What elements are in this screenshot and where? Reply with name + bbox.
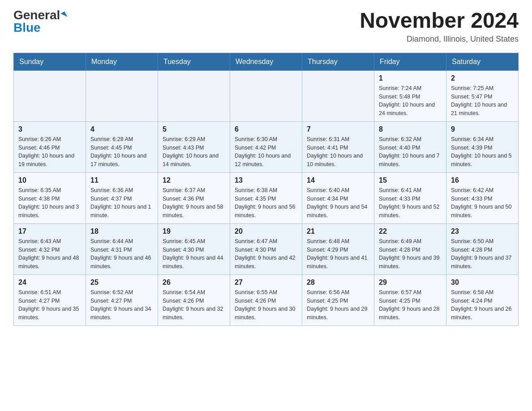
logo-arrow-icon [60,11,68,19]
day-info: Sunrise: 6:28 AM Sunset: 4:45 PM Dayligh… [90,135,153,169]
day-number: 20 [235,227,297,235]
page-header: General Blue November 2024 Diamond, Illi… [13,9,519,44]
calendar-cell: 7Sunrise: 6:31 AM Sunset: 4:41 PM Daylig… [302,121,374,172]
calendar-cell: 3Sunrise: 6:26 AM Sunset: 4:46 PM Daylig… [14,121,86,172]
day-info: Sunrise: 6:45 AM Sunset: 4:30 PM Dayligh… [163,237,225,271]
day-info: Sunrise: 6:32 AM Sunset: 4:40 PM Dayligh… [379,135,442,169]
weekday-header-sunday: Sunday [14,53,86,70]
day-info: Sunrise: 6:34 AM Sunset: 4:39 PM Dayligh… [451,135,514,169]
day-number: 18 [90,227,153,235]
calendar-cell: 21Sunrise: 6:48 AM Sunset: 4:29 PM Dayli… [302,223,374,274]
calendar-cell [14,70,86,121]
calendar-cell: 16Sunrise: 6:42 AM Sunset: 4:33 PM Dayli… [446,172,519,223]
calendar-table: SundayMondayTuesdayWednesdayThursdayFrid… [13,53,519,326]
calendar-cell: 5Sunrise: 6:29 AM Sunset: 4:43 PM Daylig… [158,121,230,172]
day-info: Sunrise: 6:47 AM Sunset: 4:30 PM Dayligh… [235,237,297,271]
day-number: 27 [235,278,297,287]
day-number: 21 [307,227,369,235]
calendar-cell [302,70,374,121]
calendar-cell: 23Sunrise: 6:50 AM Sunset: 4:28 PM Dayli… [446,223,519,274]
day-info: Sunrise: 6:26 AM Sunset: 4:46 PM Dayligh… [18,135,81,169]
weekday-header-saturday: Saturday [446,53,519,70]
calendar-cell: 22Sunrise: 6:49 AM Sunset: 4:28 PM Dayli… [374,223,446,274]
day-info: Sunrise: 7:24 AM Sunset: 5:48 PM Dayligh… [379,84,442,118]
week-row-5: 24Sunrise: 6:51 AM Sunset: 4:27 PM Dayli… [14,274,519,325]
calendar-cell: 2Sunrise: 7:25 AM Sunset: 5:47 PM Daylig… [446,70,519,121]
day-number: 28 [307,278,369,287]
calendar-cell: 4Sunrise: 6:28 AM Sunset: 4:45 PM Daylig… [86,121,158,172]
day-number: 12 [163,176,225,184]
day-number: 9 [451,125,514,133]
day-number: 11 [90,176,153,184]
week-row-1: 1Sunrise: 7:24 AM Sunset: 5:48 PM Daylig… [14,70,519,121]
calendar-cell: 27Sunrise: 6:55 AM Sunset: 4:26 PM Dayli… [230,274,302,325]
day-number: 26 [163,278,225,287]
calendar-cell: 29Sunrise: 6:57 AM Sunset: 4:25 PM Dayli… [374,274,446,325]
day-number: 4 [90,125,153,133]
calendar-cell: 12Sunrise: 6:37 AM Sunset: 4:36 PM Dayli… [158,172,230,223]
day-info: Sunrise: 6:42 AM Sunset: 4:33 PM Dayligh… [451,186,514,220]
calendar-cell: 11Sunrise: 6:36 AM Sunset: 4:37 PM Dayli… [86,172,158,223]
day-number: 13 [235,176,297,184]
calendar-cell: 10Sunrise: 6:35 AM Sunset: 4:38 PM Dayli… [14,172,86,223]
month-title: November 2024 [360,9,519,33]
day-info: Sunrise: 6:29 AM Sunset: 4:43 PM Dayligh… [163,135,225,169]
weekday-header-row: SundayMondayTuesdayWednesdayThursdayFrid… [14,53,519,70]
calendar-cell: 15Sunrise: 6:41 AM Sunset: 4:33 PM Dayli… [374,172,446,223]
logo-blue-text: Blue [13,21,41,34]
day-info: Sunrise: 6:31 AM Sunset: 4:41 PM Dayligh… [307,135,369,169]
day-number: 10 [18,176,81,184]
day-info: Sunrise: 6:38 AM Sunset: 4:35 PM Dayligh… [235,186,297,220]
weekday-header-friday: Friday [374,53,446,70]
day-number: 5 [163,125,225,133]
day-number: 8 [379,125,442,133]
location-text: Diamond, Illinois, United States [360,34,519,44]
calendar-cell: 17Sunrise: 6:43 AM Sunset: 4:32 PM Dayli… [14,223,86,274]
day-info: Sunrise: 6:57 AM Sunset: 4:25 PM Dayligh… [379,288,442,322]
day-number: 16 [451,176,514,184]
calendar-cell: 8Sunrise: 6:32 AM Sunset: 4:40 PM Daylig… [374,121,446,172]
day-info: Sunrise: 6:30 AM Sunset: 4:42 PM Dayligh… [235,135,297,169]
calendar-cell: 20Sunrise: 6:47 AM Sunset: 4:30 PM Dayli… [230,223,302,274]
calendar-cell: 13Sunrise: 6:38 AM Sunset: 4:35 PM Dayli… [230,172,302,223]
logo-general-text: General [13,9,60,21]
day-number: 23 [451,227,514,235]
day-number: 2 [451,74,514,82]
day-info: Sunrise: 7:25 AM Sunset: 5:47 PM Dayligh… [451,84,514,118]
week-row-3: 10Sunrise: 6:35 AM Sunset: 4:38 PM Dayli… [14,172,519,223]
calendar-cell: 9Sunrise: 6:34 AM Sunset: 4:39 PM Daylig… [446,121,519,172]
weekday-header-wednesday: Wednesday [230,53,302,70]
day-number: 19 [163,227,225,235]
calendar-cell [230,70,302,121]
day-number: 15 [379,176,442,184]
calendar-cell: 26Sunrise: 6:54 AM Sunset: 4:26 PM Dayli… [158,274,230,325]
day-number: 22 [379,227,442,235]
day-number: 1 [379,74,442,82]
day-info: Sunrise: 6:44 AM Sunset: 4:31 PM Dayligh… [90,237,153,271]
day-info: Sunrise: 6:40 AM Sunset: 4:34 PM Dayligh… [307,186,369,220]
calendar-cell: 18Sunrise: 6:44 AM Sunset: 4:31 PM Dayli… [86,223,158,274]
day-number: 24 [18,278,81,287]
day-info: Sunrise: 6:56 AM Sunset: 4:25 PM Dayligh… [307,288,369,322]
weekday-header-tuesday: Tuesday [158,53,230,70]
calendar-cell: 19Sunrise: 6:45 AM Sunset: 4:30 PM Dayli… [158,223,230,274]
day-info: Sunrise: 6:51 AM Sunset: 4:27 PM Dayligh… [18,288,81,322]
day-info: Sunrise: 6:55 AM Sunset: 4:26 PM Dayligh… [235,288,297,322]
calendar-cell: 14Sunrise: 6:40 AM Sunset: 4:34 PM Dayli… [302,172,374,223]
calendar-cell: 24Sunrise: 6:51 AM Sunset: 4:27 PM Dayli… [14,274,86,325]
day-info: Sunrise: 6:35 AM Sunset: 4:38 PM Dayligh… [18,186,81,220]
day-info: Sunrise: 6:36 AM Sunset: 4:37 PM Dayligh… [90,186,153,220]
calendar-cell: 28Sunrise: 6:56 AM Sunset: 4:25 PM Dayli… [302,274,374,325]
day-number: 30 [451,278,514,287]
weekday-header-thursday: Thursday [302,53,374,70]
day-info: Sunrise: 6:41 AM Sunset: 4:33 PM Dayligh… [379,186,442,220]
day-number: 7 [307,125,369,133]
calendar-cell: 6Sunrise: 6:30 AM Sunset: 4:42 PM Daylig… [230,121,302,172]
logo: General Blue [13,9,66,34]
day-number: 25 [90,278,153,287]
day-number: 29 [379,278,442,287]
title-block: November 2024 Diamond, Illinois, United … [360,9,519,44]
day-info: Sunrise: 6:54 AM Sunset: 4:26 PM Dayligh… [163,288,225,322]
calendar-cell: 25Sunrise: 6:52 AM Sunset: 4:27 PM Dayli… [86,274,158,325]
week-row-2: 3Sunrise: 6:26 AM Sunset: 4:46 PM Daylig… [14,121,519,172]
